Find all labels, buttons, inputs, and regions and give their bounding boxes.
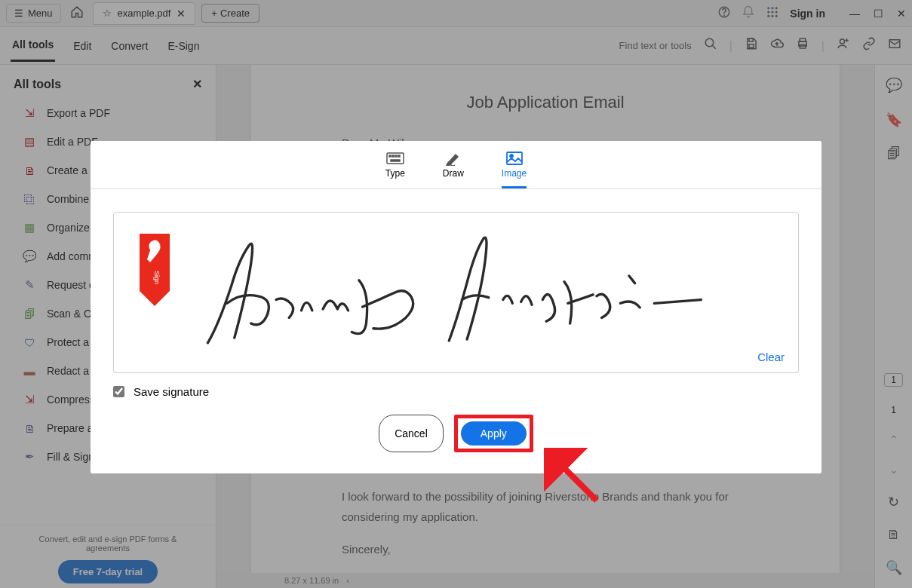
sign-badge-icon: Sign	[140, 234, 170, 303]
apply-button[interactable]: Apply	[461, 421, 527, 446]
image-icon	[505, 152, 524, 165]
svg-rect-22	[395, 155, 397, 157]
svg-rect-20	[389, 155, 391, 157]
tab-draw-label: Draw	[443, 168, 464, 179]
tab-image[interactable]: Image	[502, 152, 527, 188]
tab-draw[interactable]: Draw	[443, 152, 464, 188]
svg-point-26	[510, 155, 513, 158]
tab-type-label: Type	[385, 168, 405, 179]
svg-text:Sign: Sign	[153, 271, 161, 284]
save-signature-label: Save signature	[134, 385, 209, 398]
apply-highlight: Apply	[454, 415, 533, 452]
cancel-button[interactable]: Cancel	[379, 415, 444, 452]
svg-rect-21	[392, 155, 394, 157]
svg-rect-23	[398, 155, 400, 157]
save-signature-checkbox[interactable]	[113, 386, 124, 397]
svg-rect-25	[507, 152, 522, 164]
tab-type[interactable]: Type	[385, 152, 405, 188]
clear-link[interactable]: Clear	[757, 351, 785, 363]
tab-image-label: Image	[502, 168, 527, 179]
keyboard-icon	[386, 152, 404, 165]
svg-rect-24	[391, 160, 400, 161]
svg-rect-19	[387, 153, 404, 164]
signature-image	[183, 225, 730, 360]
draw-pen-icon	[444, 152, 462, 165]
signature-preview: Sign Clear	[113, 212, 799, 373]
signature-modal: Type Draw Image Sign Clear	[91, 141, 821, 473]
